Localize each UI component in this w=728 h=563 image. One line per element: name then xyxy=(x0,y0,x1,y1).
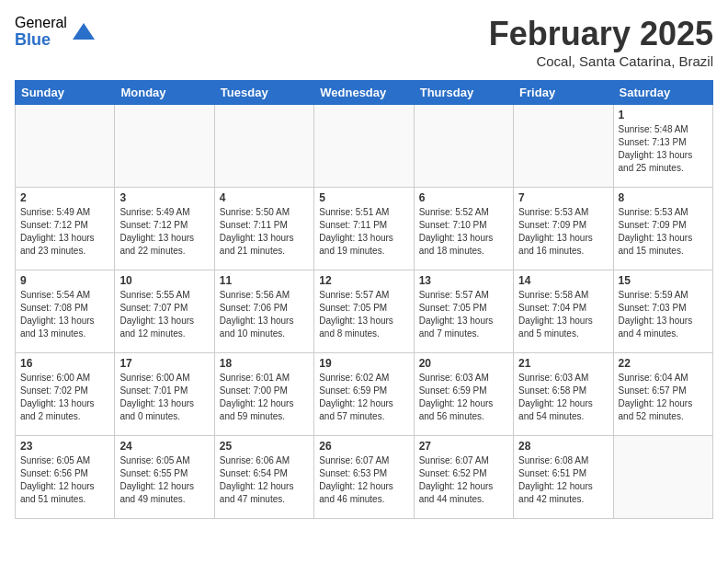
day-info: Sunrise: 5:58 AM Sunset: 7:04 PM Dayligh… xyxy=(518,289,608,340)
svg-marker-0 xyxy=(73,23,95,40)
calendar-cell: 19Sunrise: 6:02 AM Sunset: 6:59 PM Dayli… xyxy=(314,353,414,436)
day-number: 8 xyxy=(619,191,708,204)
day-info: Sunrise: 5:54 AM Sunset: 7:08 PM Dayligh… xyxy=(20,289,109,340)
day-info: Sunrise: 5:59 AM Sunset: 7:03 PM Dayligh… xyxy=(619,289,708,340)
day-info: Sunrise: 6:07 AM Sunset: 6:53 PM Dayligh… xyxy=(319,454,408,506)
weekday-header: Friday xyxy=(514,81,613,105)
calendar-cell: 28Sunrise: 6:08 AM Sunset: 6:51 PM Dayli… xyxy=(514,436,613,519)
weekday-header: Sunday xyxy=(16,81,115,105)
calendar-cell: 3Sunrise: 5:49 AM Sunset: 7:12 PM Daylig… xyxy=(115,188,214,270)
calendar-cell: 22Sunrise: 6:04 AM Sunset: 6:57 PM Dayli… xyxy=(613,353,712,436)
calendar-cell: 18Sunrise: 6:01 AM Sunset: 7:00 PM Dayli… xyxy=(214,353,313,436)
day-info: Sunrise: 6:06 AM Sunset: 6:54 PM Dayligh… xyxy=(220,454,309,506)
logo: General Blue xyxy=(15,15,97,49)
calendar-cell xyxy=(314,105,414,188)
calendar-cell: 20Sunrise: 6:03 AM Sunset: 6:59 PM Dayli… xyxy=(414,353,513,436)
calendar-cell: 5Sunrise: 5:51 AM Sunset: 7:11 PM Daylig… xyxy=(314,188,414,270)
day-info: Sunrise: 5:55 AM Sunset: 7:07 PM Dayligh… xyxy=(119,289,209,340)
day-info: Sunrise: 5:50 AM Sunset: 7:11 PM Dayligh… xyxy=(220,206,309,258)
day-info: Sunrise: 5:51 AM Sunset: 7:11 PM Dayligh… xyxy=(319,206,408,258)
day-info: Sunrise: 5:53 AM Sunset: 7:09 PM Dayligh… xyxy=(518,206,608,258)
day-number: 12 xyxy=(319,274,408,287)
calendar-cell: 23Sunrise: 6:05 AM Sunset: 6:56 PM Dayli… xyxy=(16,436,115,519)
logo-icon xyxy=(71,19,97,45)
week-row: 9Sunrise: 5:54 AM Sunset: 7:08 PM Daylig… xyxy=(16,270,713,353)
day-info: Sunrise: 6:07 AM Sunset: 6:52 PM Dayligh… xyxy=(419,454,508,506)
calendar-cell xyxy=(16,105,115,188)
day-number: 4 xyxy=(220,191,309,204)
weekday-header: Tuesday xyxy=(214,81,313,105)
calendar-cell: 17Sunrise: 6:00 AM Sunset: 7:01 PM Dayli… xyxy=(115,353,214,436)
calendar-cell: 11Sunrise: 5:56 AM Sunset: 7:06 PM Dayli… xyxy=(214,270,313,353)
day-info: Sunrise: 5:53 AM Sunset: 7:09 PM Dayligh… xyxy=(619,206,708,258)
calendar-cell: 24Sunrise: 6:05 AM Sunset: 6:55 PM Dayli… xyxy=(115,436,214,519)
calendar-cell xyxy=(115,105,214,188)
calendar-cell: 12Sunrise: 5:57 AM Sunset: 7:05 PM Dayli… xyxy=(314,270,414,353)
logo-blue: Blue xyxy=(15,31,67,50)
calendar-cell xyxy=(613,436,712,519)
day-info: Sunrise: 5:49 AM Sunset: 7:12 PM Dayligh… xyxy=(119,206,209,258)
weekday-header: Wednesday xyxy=(314,81,414,105)
day-info: Sunrise: 5:48 AM Sunset: 7:13 PM Dayligh… xyxy=(619,123,708,175)
day-info: Sunrise: 6:05 AM Sunset: 6:55 PM Dayligh… xyxy=(119,454,209,506)
calendar-cell xyxy=(214,105,313,188)
calendar-cell: 25Sunrise: 6:06 AM Sunset: 6:54 PM Dayli… xyxy=(214,436,313,519)
month-title: February 2025 xyxy=(489,15,713,53)
day-number: 7 xyxy=(518,191,608,204)
day-number: 5 xyxy=(319,191,408,204)
logo-general: General xyxy=(15,15,67,31)
day-info: Sunrise: 5:56 AM Sunset: 7:06 PM Dayligh… xyxy=(220,289,309,340)
calendar-cell: 27Sunrise: 6:07 AM Sunset: 6:52 PM Dayli… xyxy=(414,436,513,519)
calendar-cell: 1Sunrise: 5:48 AM Sunset: 7:13 PM Daylig… xyxy=(613,105,712,188)
day-number: 14 xyxy=(518,274,608,287)
week-row: 16Sunrise: 6:00 AM Sunset: 7:02 PM Dayli… xyxy=(16,353,713,436)
calendar-cell: 8Sunrise: 5:53 AM Sunset: 7:09 PM Daylig… xyxy=(613,188,712,270)
day-info: Sunrise: 5:49 AM Sunset: 7:12 PM Dayligh… xyxy=(20,206,109,258)
calendar-cell: 6Sunrise: 5:52 AM Sunset: 7:10 PM Daylig… xyxy=(414,188,513,270)
day-number: 17 xyxy=(119,357,209,370)
day-info: Sunrise: 6:01 AM Sunset: 7:00 PM Dayligh… xyxy=(220,372,309,423)
calendar-cell xyxy=(514,105,613,188)
day-number: 15 xyxy=(619,274,708,287)
weekday-header: Monday xyxy=(115,81,214,105)
weekday-header: Saturday xyxy=(613,81,712,105)
day-number: 26 xyxy=(319,440,408,453)
title-block: February 2025 Cocal, Santa Catarina, Bra… xyxy=(489,15,713,69)
day-number: 21 xyxy=(518,357,608,370)
day-number: 2 xyxy=(20,191,109,204)
day-number: 11 xyxy=(220,274,309,287)
calendar-cell: 26Sunrise: 6:07 AM Sunset: 6:53 PM Dayli… xyxy=(314,436,414,519)
week-row: 1Sunrise: 5:48 AM Sunset: 7:13 PM Daylig… xyxy=(16,105,713,188)
day-info: Sunrise: 5:52 AM Sunset: 7:10 PM Dayligh… xyxy=(419,206,508,258)
page-header: General Blue February 2025 Cocal, Santa … xyxy=(15,15,713,69)
day-info: Sunrise: 6:02 AM Sunset: 6:59 PM Dayligh… xyxy=(319,372,408,423)
day-number: 20 xyxy=(419,357,508,370)
day-info: Sunrise: 6:04 AM Sunset: 6:57 PM Dayligh… xyxy=(619,372,708,423)
calendar-cell: 7Sunrise: 5:53 AM Sunset: 7:09 PM Daylig… xyxy=(514,188,613,270)
day-number: 24 xyxy=(119,440,209,453)
day-number: 23 xyxy=(20,440,109,453)
calendar-cell: 21Sunrise: 6:03 AM Sunset: 6:58 PM Dayli… xyxy=(514,353,613,436)
day-number: 16 xyxy=(20,357,109,370)
day-number: 1 xyxy=(619,109,708,121)
day-info: Sunrise: 5:57 AM Sunset: 7:05 PM Dayligh… xyxy=(419,289,508,340)
day-number: 9 xyxy=(20,274,109,287)
day-info: Sunrise: 5:57 AM Sunset: 7:05 PM Dayligh… xyxy=(319,289,408,340)
day-number: 22 xyxy=(619,357,708,370)
day-number: 18 xyxy=(220,357,309,370)
calendar-table: SundayMondayTuesdayWednesdayThursdayFrid… xyxy=(15,80,713,519)
calendar-cell: 16Sunrise: 6:00 AM Sunset: 7:02 PM Dayli… xyxy=(16,353,115,436)
day-number: 27 xyxy=(419,440,508,453)
calendar-cell: 14Sunrise: 5:58 AM Sunset: 7:04 PM Dayli… xyxy=(514,270,613,353)
location: Cocal, Santa Catarina, Brazil xyxy=(489,53,713,69)
calendar-cell: 10Sunrise: 5:55 AM Sunset: 7:07 PM Dayli… xyxy=(115,270,214,353)
day-number: 28 xyxy=(518,440,608,453)
calendar-cell: 9Sunrise: 5:54 AM Sunset: 7:08 PM Daylig… xyxy=(16,270,115,353)
day-number: 6 xyxy=(419,191,508,204)
day-info: Sunrise: 6:00 AM Sunset: 7:01 PM Dayligh… xyxy=(119,372,209,423)
day-info: Sunrise: 6:03 AM Sunset: 6:58 PM Dayligh… xyxy=(518,372,608,423)
day-number: 25 xyxy=(220,440,309,453)
day-number: 13 xyxy=(419,274,508,287)
day-info: Sunrise: 6:00 AM Sunset: 7:02 PM Dayligh… xyxy=(20,372,109,423)
week-row: 23Sunrise: 6:05 AM Sunset: 6:56 PM Dayli… xyxy=(16,436,713,519)
